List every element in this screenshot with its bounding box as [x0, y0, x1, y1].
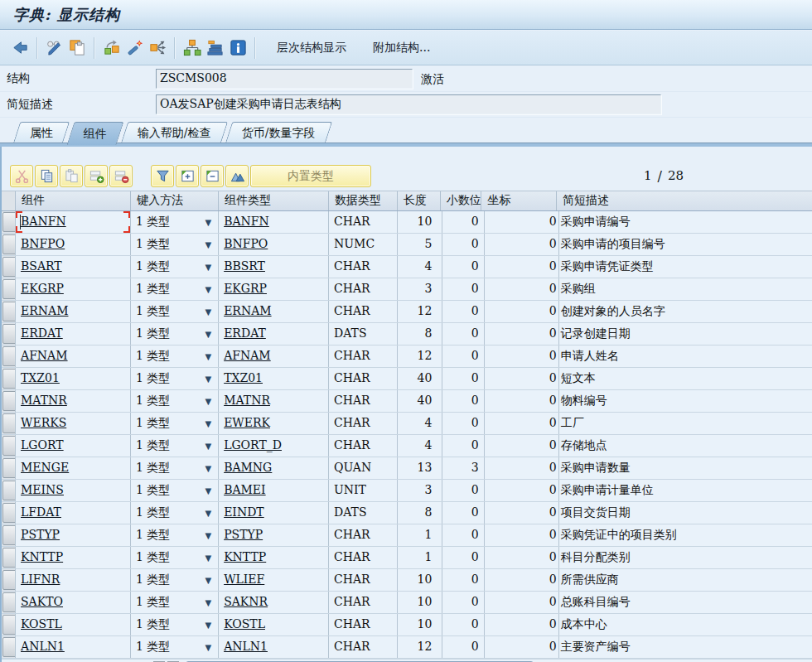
sort-levels-icon[interactable] [203, 36, 226, 60]
component-cell[interactable]: PSTYP [16, 524, 131, 546]
chevron-down-icon[interactable]: ▼ [205, 263, 213, 272]
component-type-cell[interactable]: BAMNG [219, 457, 329, 479]
chevron-down-icon[interactable]: ▼ [205, 374, 213, 384]
component-link[interactable]: MEINS [21, 483, 64, 496]
row-selector-button[interactable] [2, 234, 16, 254]
typing-method-dropdown[interactable]: 1 类型▼ [131, 234, 219, 255]
chevron-down-icon[interactable]: ▼ [205, 397, 213, 406]
component-cell[interactable]: SAKTO [16, 592, 131, 613]
tab-currency-quantity-fields[interactable]: 货币/数量字段 [225, 122, 331, 143]
chevron-down-icon[interactable]: ▼ [205, 419, 213, 428]
back-icon[interactable] [8, 36, 31, 60]
builtin-type-button[interactable]: 内置类型 [250, 165, 371, 187]
row-selector-button[interactable] [2, 369, 16, 389]
chevron-down-icon[interactable]: ▼ [205, 553, 213, 563]
typing-method-dropdown[interactable]: 1 类型▼ [131, 569, 219, 591]
component-cell[interactable]: LFDAT [16, 502, 131, 524]
chevron-down-icon[interactable]: ▼ [205, 643, 213, 652]
typing-method-dropdown[interactable]: 1 类型▼ [131, 614, 219, 635]
component-link[interactable]: ANLN1 [21, 640, 65, 653]
row-selector-button[interactable] [2, 346, 16, 366]
typing-method-dropdown[interactable]: 1 类型▼ [131, 413, 219, 434]
row-selector-button[interactable] [2, 592, 16, 612]
cut-icon[interactable] [10, 165, 33, 187]
component-link[interactable]: LIFNR [21, 573, 60, 586]
column-header[interactable]: 长度 [398, 191, 441, 210]
component-link[interactable]: ERNAM [21, 304, 68, 317]
column-header[interactable]: 数据类型 [329, 191, 398, 210]
column-header[interactable]: 组件类型 [219, 191, 329, 210]
row-selector-button[interactable] [2, 391, 16, 411]
magic-wand-icon[interactable] [123, 36, 146, 60]
chevron-down-icon[interactable]: ▼ [205, 352, 213, 361]
component-type-link[interactable]: ERNAM [224, 304, 271, 317]
chevron-down-icon[interactable]: ▼ [205, 464, 213, 473]
component-cell[interactable]: MENGE [16, 457, 131, 479]
component-cell[interactable]: LIFNR [16, 569, 131, 591]
component-link[interactable]: MENGE [21, 461, 69, 474]
component-type-cell[interactable]: MATNR [219, 390, 329, 412]
component-type-cell[interactable]: EKGRP [219, 278, 329, 300]
component-type-link[interactable]: KNTTP [224, 550, 266, 563]
row-selector-button[interactable] [2, 615, 16, 635]
component-type-cell[interactable]: ERDAT [219, 323, 329, 345]
component-type-link[interactable]: KOSTL [224, 617, 265, 631]
other-object-icon[interactable] [99, 36, 123, 60]
component-link[interactable]: SAKTO [21, 595, 63, 608]
component-type-link[interactable]: SAKNR [224, 595, 268, 608]
typing-method-dropdown[interactable]: 1 类型▼ [131, 323, 219, 345]
component-cell[interactable]: BNFPO [16, 234, 131, 255]
component-type-cell[interactable]: BAMEI [219, 480, 329, 501]
row-selector-button[interactable] [2, 257, 16, 277]
component-type-link[interactable]: AFNAM [224, 349, 271, 362]
chevron-down-icon[interactable]: ▼ [205, 285, 213, 294]
column-header[interactable]: 坐标 [481, 191, 557, 210]
hierarchy-icon[interactable] [180, 36, 203, 60]
typing-method-dropdown[interactable]: 1 类型▼ [131, 390, 219, 412]
component-cell[interactable]: ERDAT [16, 323, 131, 345]
component-type-cell[interactable]: BBSRT [219, 256, 329, 278]
chevron-down-icon[interactable]: ▼ [205, 598, 213, 607]
select-all-header[interactable] [2, 191, 16, 210]
filter-icon[interactable] [151, 165, 174, 187]
tab-input-help-check[interactable]: 输入帮助/检查 [121, 122, 228, 143]
insert-row-icon[interactable] [85, 165, 108, 187]
component-link[interactable]: TXZ01 [21, 371, 60, 384]
component-link[interactable]: PSTYP [21, 528, 60, 541]
row-selector-button[interactable] [2, 413, 16, 433]
component-link[interactable]: BSART [21, 259, 62, 273]
typing-method-dropdown[interactable]: 1 类型▼ [131, 278, 219, 300]
component-cell[interactable]: TXZ01 [16, 368, 131, 389]
where-used-icon[interactable] [146, 36, 169, 60]
typing-method-dropdown[interactable]: 1 类型▼ [131, 547, 219, 568]
expand-icon[interactable] [176, 165, 199, 187]
column-header[interactable]: 键入方法 [131, 191, 219, 210]
predefined-type-icon[interactable] [225, 165, 249, 187]
chevron-down-icon[interactable]: ▼ [205, 330, 213, 339]
clipboard-object-icon[interactable] [65, 36, 89, 60]
typing-method-dropdown[interactable]: 1 类型▼ [131, 301, 219, 322]
description-field[interactable]: OA发SAP创建采购申请日志表结构 [156, 94, 661, 114]
component-type-link[interactable]: LGORT_D [224, 438, 282, 452]
component-type-link[interactable]: BAMEI [224, 483, 265, 496]
copy-icon[interactable] [35, 165, 58, 187]
chevron-down-icon[interactable]: ▼ [205, 576, 213, 585]
paste-icon[interactable] [60, 165, 83, 187]
component-cell[interactable]: MEINS [16, 480, 131, 501]
info-icon[interactable] [226, 36, 249, 60]
row-selector-button[interactable] [2, 637, 16, 657]
structure-field[interactable]: ZSCMS008 [156, 69, 413, 89]
typing-method-dropdown[interactable]: 1 类型▼ [131, 502, 219, 524]
component-type-link[interactable]: BBSRT [224, 259, 265, 273]
component-type-cell[interactable]: WLIEF [219, 569, 329, 591]
chevron-down-icon[interactable]: ▼ [205, 486, 213, 495]
row-selector-button[interactable] [2, 570, 16, 590]
typing-method-dropdown[interactable]: 1 类型▼ [131, 368, 219, 389]
chevron-down-icon[interactable]: ▼ [205, 307, 213, 317]
component-link[interactable]: ERDAT [21, 326, 63, 340]
component-cell[interactable]: EKGRP [16, 278, 131, 300]
component-type-cell[interactable]: LGORT_D [219, 435, 329, 457]
component-link[interactable]: BNFPO [21, 237, 65, 250]
chevron-down-icon[interactable]: ▼ [205, 621, 213, 630]
row-selector-button[interactable] [2, 324, 16, 344]
